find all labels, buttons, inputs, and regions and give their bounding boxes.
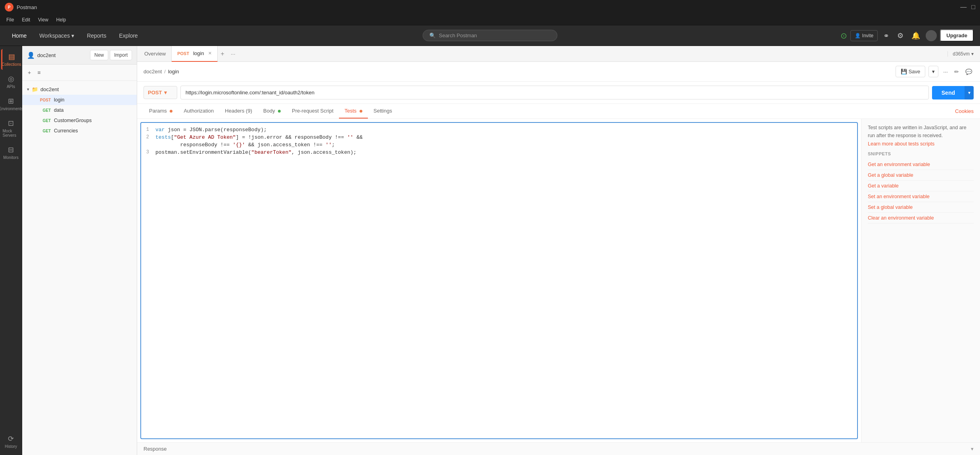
- tab-overview-label: Overview: [144, 51, 166, 57]
- snippet-get-env[interactable]: Get an environment variable: [868, 159, 974, 170]
- sidebar-item-label: APIs: [7, 84, 15, 89]
- tab-tests[interactable]: Tests: [339, 104, 368, 119]
- snippet-clear-env[interactable]: Clear an environment variable: [868, 213, 974, 224]
- params-dot: [170, 110, 172, 113]
- settings-icon[interactable]: ⚙: [895, 30, 906, 42]
- tab-login[interactable]: POST login ✕: [172, 46, 217, 62]
- sidebar-item-history[interactable]: ⟳ History: [1, 431, 21, 452]
- breadcrumb: doc2ent / login: [144, 69, 179, 75]
- nav-home[interactable]: Home: [6, 29, 32, 42]
- window-controls: — □: [960, 4, 975, 10]
- nav-left: Home Workspaces ▾ Reports Explore: [6, 29, 329, 42]
- tab-authorization[interactable]: Authorization: [178, 104, 219, 119]
- apis-icon: ◎: [8, 75, 14, 83]
- collection-item-currencies[interactable]: GET Currencies: [22, 126, 137, 136]
- minimize-button[interactable]: —: [960, 4, 967, 10]
- more-options-icon[interactable]: ···: [942, 67, 949, 76]
- save-dropdown-button[interactable]: ▾: [928, 66, 938, 77]
- panel-user: 👤 doc2ent: [27, 52, 56, 59]
- method-chevron: ▾: [164, 90, 167, 96]
- method-selector[interactable]: POST ▾: [144, 86, 177, 99]
- collection-tree: ▾ 📁 doc2ent POST login GET data GET Cust…: [22, 81, 137, 455]
- breadcrumb-separator: /: [164, 69, 166, 75]
- nav-workspaces[interactable]: Workspaces ▾: [34, 29, 80, 42]
- sidebar-item-environments[interactable]: ⊞ Environments: [1, 94, 21, 114]
- upgrade-button[interactable]: Upgrade: [940, 29, 974, 42]
- request-name-currencies: Currencies: [54, 128, 78, 134]
- tab-headers[interactable]: Headers (9): [219, 104, 258, 119]
- menu-file[interactable]: File: [3, 16, 17, 23]
- collection-item-data[interactable]: GET data: [22, 105, 137, 115]
- new-button[interactable]: New: [90, 50, 108, 60]
- tab-login-label: login: [193, 50, 204, 56]
- snippet-set-env[interactable]: Set an environment variable: [868, 191, 974, 202]
- filter-icon[interactable]: ≡: [36, 68, 42, 77]
- edit-icon[interactable]: ✏: [953, 67, 961, 76]
- main-content: Overview POST login ✕ + ··· d365vm ▾ doc…: [137, 46, 980, 455]
- method-badge-get-3: GET: [38, 129, 51, 133]
- menu-edit[interactable]: Edit: [19, 16, 33, 23]
- cookies-link[interactable]: Cookies: [955, 108, 974, 114]
- response-bar[interactable]: Response ▾: [137, 442, 980, 455]
- body-dot: [278, 110, 281, 113]
- code-line-1: 1 var json = JSON.parse(responseBody);: [141, 126, 857, 134]
- tab-body[interactable]: Body: [258, 104, 286, 119]
- response-chevron-icon: ▾: [971, 446, 974, 452]
- add-tab-icon[interactable]: +: [218, 50, 228, 57]
- add-collection-icon[interactable]: +: [26, 68, 33, 77]
- invite-button[interactable]: 👤 Invite: [850, 30, 878, 41]
- chevron-down-icon: ▾: [971, 51, 974, 57]
- tab-settings[interactable]: Settings: [368, 104, 398, 119]
- nav-explore[interactable]: Explore: [113, 29, 143, 42]
- sidebar-item-label: Monitors: [3, 155, 18, 160]
- sidebar-item-label: Environments: [0, 107, 23, 111]
- collection-item-login[interactable]: POST login: [22, 95, 137, 105]
- sidebar-item-collections[interactable]: ▤ Collections: [1, 49, 21, 70]
- env-selector[interactable]: d365vm ▾: [947, 51, 978, 57]
- panel-toolbar: + ≡: [22, 65, 137, 81]
- tab-overview[interactable]: Overview: [139, 46, 172, 62]
- logo-text: P: [8, 5, 11, 10]
- send-button[interactable]: Send: [932, 86, 965, 99]
- sidebar-item-monitors[interactable]: ⊟ Monitors: [1, 142, 21, 163]
- request-name-customergroups: CustomerGroups: [54, 118, 92, 123]
- avatar[interactable]: [926, 30, 937, 41]
- method-badge-get: GET: [38, 108, 51, 113]
- snippet-get-var[interactable]: Get a variable: [868, 181, 974, 191]
- maximize-button[interactable]: □: [971, 4, 975, 10]
- learn-more-link[interactable]: Learn more about tests scripts: [868, 141, 974, 147]
- method-label: POST: [148, 90, 162, 96]
- response-label: Response: [144, 446, 167, 452]
- search-bar[interactable]: 🔍 Search Postman: [423, 30, 557, 41]
- url-input[interactable]: [180, 86, 929, 99]
- tab-pre-request[interactable]: Pre-request Script: [286, 104, 339, 119]
- bell-icon[interactable]: 🔔: [909, 30, 923, 42]
- sidebar-item-label: History: [5, 444, 17, 449]
- history-icon: ⟳: [8, 434, 14, 443]
- comment-icon[interactable]: 💬: [964, 67, 974, 76]
- tab-more-icon[interactable]: ···: [228, 51, 239, 57]
- menu-view[interactable]: View: [35, 16, 52, 23]
- url-bar: POST ▾ Send ▾: [137, 82, 980, 104]
- sidebar-item-mock-servers[interactable]: ⊡ Mock Servers: [1, 116, 21, 141]
- nav-reports[interactable]: Reports: [81, 29, 112, 42]
- snippet-set-global[interactable]: Set a global variable: [868, 202, 974, 213]
- save-button[interactable]: 💾 Save: [896, 66, 926, 77]
- request-tabs: Params Authorization Headers (9) Body Pr…: [137, 104, 980, 119]
- code-editor[interactable]: 1 var json = JSON.parse(responseBody); 2…: [140, 122, 858, 439]
- collection-item-customergroups[interactable]: GET CustomerGroups: [22, 115, 137, 126]
- folder-icon: 📁: [32, 86, 38, 92]
- sidebar-item-apis[interactable]: ◎ APIs: [1, 71, 21, 92]
- snippet-get-global[interactable]: Get a global variable: [868, 170, 974, 181]
- save-label: Save: [909, 69, 921, 75]
- editor-right-layout: 1 var json = JSON.parse(responseBody); 2…: [137, 119, 980, 442]
- send-dropdown-button[interactable]: ▾: [965, 86, 974, 99]
- import-button[interactable]: Import: [110, 50, 132, 60]
- tab-close-icon[interactable]: ✕: [208, 51, 212, 56]
- collection-folder-doc2ent[interactable]: ▾ 📁 doc2ent: [22, 84, 137, 95]
- breadcrumb-request: login: [168, 69, 179, 75]
- tab-params[interactable]: Params: [144, 104, 178, 119]
- link-icon[interactable]: ⚭: [881, 30, 892, 42]
- menu-help[interactable]: Help: [53, 16, 69, 23]
- sidebar-item-label: Mock Servers: [3, 129, 19, 138]
